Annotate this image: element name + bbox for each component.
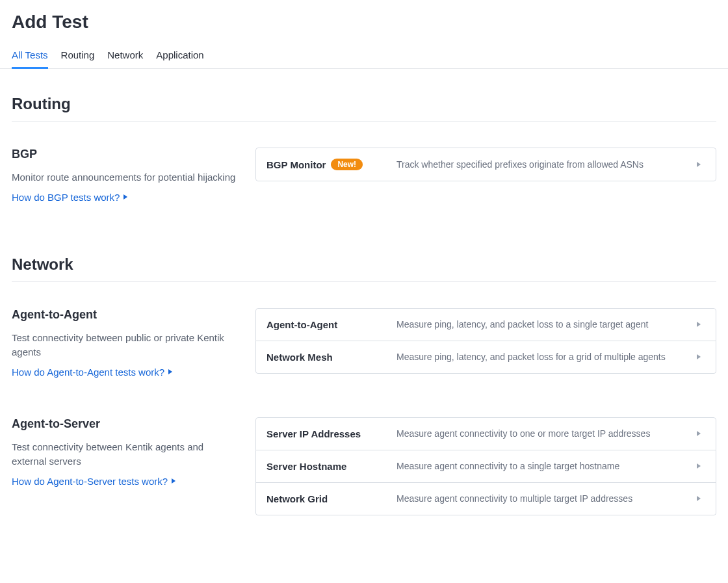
link-bgp-how-label: How do BGP tests work? [12, 192, 120, 203]
chevron-right-icon [692, 463, 705, 469]
test-desc: Measure agent connectivity to a single t… [396, 461, 692, 471]
section-title-routing: Routing [12, 95, 716, 122]
test-name: Server IP Addresses [266, 428, 361, 439]
section-title-network: Network [12, 255, 716, 282]
test-desc: Measure ping, latency, and packet loss t… [396, 319, 692, 330]
group-title-a2s: Agent-to-Server [12, 417, 236, 431]
chevron-right-icon [692, 431, 705, 436]
tabs: All Tests Routing Network Application [0, 45, 728, 69]
group-title-bgp: BGP [12, 148, 236, 161]
caret-right-icon [124, 194, 127, 200]
link-a2s-how-label: How do Agent-to-Server tests work? [12, 476, 168, 487]
tab-application[interactable]: Application [156, 45, 203, 69]
test-card-network-grid[interactable]: Network Grid Measure agent connectivity … [255, 483, 716, 515]
test-desc: Track whether specified prefixes origina… [396, 159, 692, 170]
test-desc: Measure ping, latency, and packet loss f… [396, 352, 692, 362]
test-name: BGP Monitor [266, 159, 326, 170]
page-title: Add Test [12, 12, 716, 32]
section-network: Network Agent-to-Agent Test connectivity… [12, 255, 716, 515]
test-name: Agent-to-Agent [266, 319, 337, 330]
caret-right-icon [172, 478, 176, 484]
group-agent-to-agent: Agent-to-Agent Test connectivity between… [12, 308, 716, 378]
test-card-server-hostname[interactable]: Server Hostname Measure agent connectivi… [255, 450, 716, 483]
section-routing: Routing BGP Monitor route announcements … [12, 95, 716, 203]
chevron-right-icon [692, 322, 705, 327]
group-agent-to-server: Agent-to-Server Test connectivity betwee… [12, 417, 716, 515]
test-desc: Measure agent connectivity to multiple t… [396, 493, 692, 504]
group-desc-bgp: Monitor route announcements for potentia… [12, 170, 236, 185]
chevron-right-icon [692, 354, 705, 359]
test-name: Server Hostname [266, 461, 346, 472]
test-name: Network Grid [266, 493, 328, 504]
group-desc-a2a: Test connectivity between public or priv… [12, 331, 236, 360]
test-card-network-mesh[interactable]: Network Mesh Measure ping, latency, and … [255, 341, 716, 374]
tab-routing[interactable]: Routing [61, 45, 95, 69]
tab-all-tests[interactable]: All Tests [12, 45, 48, 69]
badge-new: New! [331, 159, 363, 170]
link-a2a-how-label: How do Agent-to-Agent tests work? [12, 367, 164, 378]
tab-network[interactable]: Network [107, 45, 143, 69]
link-bgp-how[interactable]: How do BGP tests work? [12, 192, 127, 203]
group-title-a2a: Agent-to-Agent [12, 308, 236, 322]
chevron-right-icon [692, 496, 705, 501]
group-desc-a2s: Test connectivity between Kentik agents … [12, 440, 236, 469]
test-name: Network Mesh [266, 352, 333, 363]
caret-right-icon [168, 369, 172, 374]
test-card-bgp-monitor[interactable]: BGP Monitor New! Track whether specified… [255, 148, 716, 181]
test-desc: Measure agent connectivity to one or mor… [396, 428, 692, 439]
link-a2s-how[interactable]: How do Agent-to-Server tests work? [12, 476, 176, 487]
test-card-server-ip-addresses[interactable]: Server IP Addresses Measure agent connec… [255, 417, 716, 450]
group-bgp: BGP Monitor route announcements for pote… [12, 148, 716, 203]
link-a2a-how[interactable]: How do Agent-to-Agent tests work? [12, 367, 172, 378]
chevron-right-icon [692, 162, 705, 167]
test-card-agent-to-agent[interactable]: Agent-to-Agent Measure ping, latency, an… [255, 308, 716, 341]
